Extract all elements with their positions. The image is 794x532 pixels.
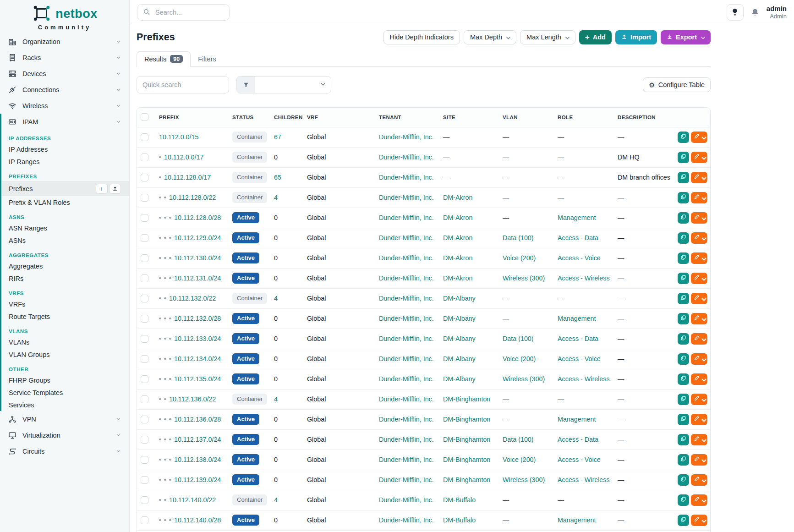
tenant-link[interactable]: Dunder-Mifflin, Inc. bbox=[379, 133, 434, 141]
prefix-link[interactable]: 10.112.137.0/24 bbox=[174, 436, 221, 443]
tenant-link[interactable]: Dunder-Mifflin, Inc. bbox=[379, 274, 434, 282]
edit-button[interactable] bbox=[691, 273, 707, 284]
prefix-link[interactable]: 10.112.128.0/17 bbox=[164, 174, 211, 181]
quick-import-button[interactable] bbox=[109, 184, 121, 194]
edit-button[interactable] bbox=[691, 212, 707, 224]
prefix-link[interactable]: 10.112.140.0/22 bbox=[169, 496, 216, 504]
column-header-site[interactable]: SITE bbox=[439, 108, 499, 127]
prefix-link[interactable]: 10.112.136.0/28 bbox=[174, 416, 221, 423]
clone-button[interactable] bbox=[678, 333, 689, 345]
clone-button[interactable] bbox=[678, 232, 689, 244]
role-link[interactable]: Management bbox=[558, 516, 596, 524]
prefix-link[interactable]: 10.112.132.0/28 bbox=[174, 315, 221, 322]
role-link[interactable]: Management bbox=[558, 315, 596, 322]
sidebar-item-service-templates[interactable]: Service Templates bbox=[1, 386, 129, 399]
tab-results[interactable]: Results 90 bbox=[137, 51, 191, 67]
prefix-link[interactable]: 10.112.128.0/28 bbox=[174, 214, 221, 221]
tenant-link[interactable]: Dunder-Mifflin, Inc. bbox=[379, 456, 434, 463]
global-search[interactable] bbox=[137, 4, 230, 21]
vlan-link[interactable]: Wireless (300) bbox=[503, 476, 545, 483]
row-checkbox[interactable] bbox=[141, 254, 148, 262]
notifications-bell-icon[interactable] bbox=[750, 8, 760, 17]
edit-button[interactable] bbox=[691, 313, 707, 324]
column-header-description[interactable]: DESCRIPTION bbox=[614, 108, 675, 127]
edit-button[interactable] bbox=[691, 394, 707, 405]
tenant-link[interactable]: Dunder-Mifflin, Inc. bbox=[379, 174, 434, 181]
row-checkbox[interactable] bbox=[141, 274, 148, 282]
sidebar-item-virtualization[interactable]: Virtualization bbox=[0, 427, 129, 443]
quick-add-button[interactable]: + bbox=[96, 184, 108, 194]
edit-button[interactable] bbox=[691, 454, 707, 466]
prefix-link[interactable]: 10.112.136.0/22 bbox=[169, 395, 216, 403]
clone-button[interactable] bbox=[678, 414, 689, 425]
sidebar-item-vlan-groups[interactable]: VLAN Groups bbox=[1, 348, 129, 361]
sidebar-item-prefix-vlan-roles[interactable]: Prefix & VLAN Roles bbox=[1, 196, 129, 208]
clone-button[interactable] bbox=[678, 152, 689, 163]
children-count[interactable]: 65 bbox=[274, 174, 281, 181]
import-button[interactable]: Import bbox=[615, 30, 657, 44]
role-link[interactable]: Access - Data bbox=[558, 335, 598, 342]
children-count[interactable]: 4 bbox=[274, 496, 278, 504]
clone-button[interactable] bbox=[678, 172, 689, 183]
saved-filter-select[interactable] bbox=[255, 77, 331, 93]
role-link[interactable]: Management bbox=[558, 416, 596, 423]
clone-button[interactable] bbox=[678, 474, 689, 486]
edit-button[interactable] bbox=[691, 293, 707, 304]
row-checkbox[interactable] bbox=[141, 133, 148, 141]
sidebar-item-asn-ranges[interactable]: ASN Ranges bbox=[1, 222, 129, 234]
site-link[interactable]: DM-Akron bbox=[443, 194, 472, 201]
prefix-link[interactable]: 10.112.133.0/24 bbox=[174, 335, 221, 342]
sidebar-item-organization[interactable]: Organization bbox=[0, 33, 129, 49]
sidebar-item-ip-ranges[interactable]: IP Ranges bbox=[1, 155, 129, 168]
site-link[interactable]: DM-Binghamton bbox=[443, 456, 490, 463]
tenant-link[interactable]: Dunder-Mifflin, Inc. bbox=[379, 375, 434, 383]
role-link[interactable]: Access - Wireless bbox=[558, 476, 610, 483]
vlan-link[interactable]: Data (100) bbox=[503, 436, 534, 443]
row-checkbox[interactable] bbox=[141, 174, 148, 181]
row-checkbox[interactable] bbox=[141, 456, 148, 464]
tenant-link[interactable]: Dunder-Mifflin, Inc. bbox=[379, 194, 434, 201]
sidebar-item-racks[interactable]: Racks bbox=[0, 49, 129, 66]
clone-button[interactable] bbox=[678, 394, 689, 405]
export-button[interactable]: Export bbox=[661, 30, 711, 44]
vlan-link[interactable]: Voice (200) bbox=[503, 254, 536, 262]
tab-filters[interactable]: Filters bbox=[191, 51, 223, 67]
tenant-link[interactable]: Dunder-Mifflin, Inc. bbox=[379, 355, 434, 362]
max-depth-dropdown[interactable]: Max Depth bbox=[464, 30, 516, 44]
role-link[interactable]: Access - Wireless bbox=[558, 274, 610, 282]
row-checkbox[interactable] bbox=[141, 315, 148, 323]
sidebar-item-rirs[interactable]: RIRs bbox=[1, 272, 129, 285]
global-search-input[interactable] bbox=[154, 8, 224, 16]
edit-button[interactable] bbox=[691, 192, 707, 203]
site-link[interactable]: DM-Binghamton bbox=[443, 416, 490, 423]
theme-toggle-button[interactable] bbox=[727, 4, 744, 21]
site-link[interactable]: DM-Akron bbox=[443, 214, 472, 221]
sidebar-item-ipam[interactable]: IPAM bbox=[1, 114, 129, 130]
site-link[interactable]: DM-Buffalo bbox=[443, 516, 476, 524]
edit-button[interactable] bbox=[691, 353, 707, 365]
edit-button[interactable] bbox=[691, 414, 707, 425]
site-link[interactable]: DM-Albany bbox=[443, 315, 476, 322]
clone-button[interactable] bbox=[678, 192, 689, 203]
role-link[interactable]: Access - Wireless bbox=[558, 375, 610, 383]
tenant-link[interactable]: Dunder-Mifflin, Inc. bbox=[379, 254, 434, 262]
clone-button[interactable] bbox=[678, 313, 689, 324]
vlan-link[interactable]: Data (100) bbox=[503, 234, 534, 241]
row-checkbox[interactable] bbox=[141, 395, 148, 403]
row-checkbox[interactable] bbox=[141, 234, 148, 242]
vlan-link[interactable]: Voice (200) bbox=[503, 355, 536, 362]
clone-button[interactable] bbox=[678, 212, 689, 224]
prefix-link[interactable]: 10.112.140.0/28 bbox=[174, 516, 221, 524]
sidebar-item-wireless[interactable]: Wireless bbox=[0, 98, 129, 114]
edit-button[interactable] bbox=[691, 494, 707, 506]
column-header-vlan[interactable]: VLAN bbox=[499, 108, 554, 127]
prefix-link[interactable]: 10.112.128.0/22 bbox=[169, 194, 216, 201]
children-count[interactable]: 4 bbox=[274, 194, 278, 201]
vlan-link[interactable]: Voice (200) bbox=[503, 456, 536, 463]
clone-button[interactable] bbox=[678, 515, 689, 526]
column-header-role[interactable]: ROLE bbox=[554, 108, 614, 127]
row-checkbox[interactable] bbox=[141, 436, 148, 444]
site-link[interactable]: DM-Albany bbox=[443, 375, 476, 383]
add-button[interactable]: + Add bbox=[579, 30, 612, 44]
role-link[interactable]: Access - Voice bbox=[558, 355, 601, 362]
